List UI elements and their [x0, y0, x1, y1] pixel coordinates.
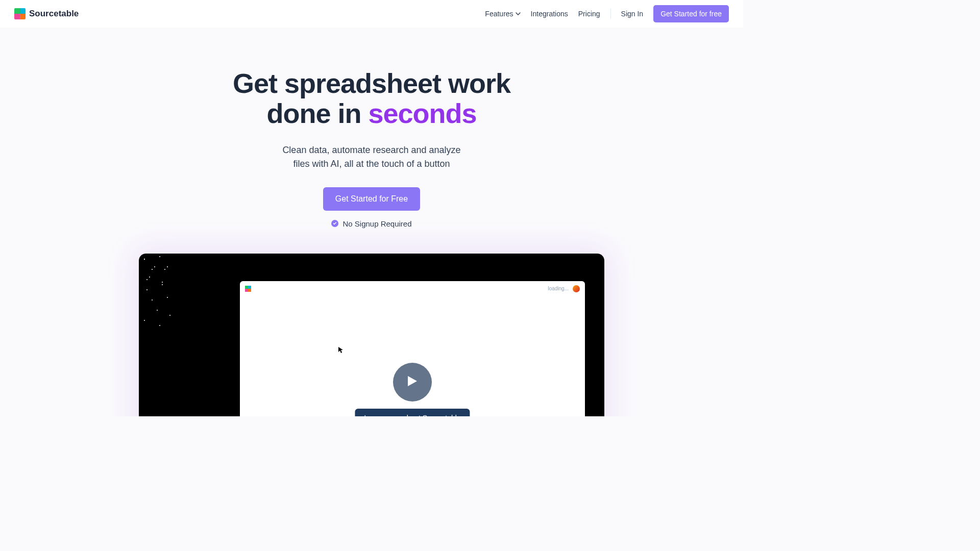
nav-signin-label: Sign In	[621, 10, 644, 18]
brand-logo[interactable]: Sourcetable	[14, 8, 79, 19]
check-circle-icon	[331, 220, 338, 227]
nav-features[interactable]: Features	[485, 10, 520, 18]
site-header: Sourcetable Features Integrations Pricin…	[0, 0, 743, 28]
loading-status: loading...	[548, 286, 569, 291]
video-player-frame: loading... Learn more about Sourcetable	[240, 281, 585, 416]
nav-pricing-label: Pricing	[578, 10, 600, 18]
decorative-stars-right	[199, 281, 240, 332]
nav-divider	[610, 9, 611, 19]
play-button[interactable]	[393, 363, 432, 402]
hero-cta-button[interactable]: Get Started for Free	[323, 187, 420, 211]
brand-name: Sourcetable	[29, 9, 79, 19]
no-signup-badge: No Signup Required	[331, 219, 411, 228]
no-signup-text: No Signup Required	[342, 219, 411, 228]
chevron-down-icon	[516, 11, 521, 16]
nav-signin[interactable]: Sign In	[621, 10, 644, 18]
hero-title-line2-prefix: done in	[266, 98, 368, 129]
user-avatar-icon	[573, 285, 580, 292]
nav-pricing[interactable]: Pricing	[578, 10, 600, 18]
hero-title-line1: Get spreadsheet work	[233, 68, 510, 98]
hero-title: Get spreadsheet work done in seconds	[233, 68, 510, 129]
hero-section: Get spreadsheet work done in seconds Cle…	[0, 28, 743, 228]
hero-subtitle: Clean data, automate research and analyz…	[282, 143, 460, 171]
nav-cta-button[interactable]: Get Started for free	[653, 5, 729, 22]
hero-subtitle-line2: files with AI, all at the touch of a but…	[293, 159, 450, 169]
video-app-header: loading...	[240, 283, 585, 294]
video-container: loading... Learn more about Sourcetable	[139, 254, 604, 416]
video-header-right: loading...	[548, 285, 580, 292]
nav-features-label: Features	[485, 10, 513, 18]
nav-integrations[interactable]: Integrations	[531, 10, 568, 18]
decorative-stars-left	[158, 281, 199, 383]
hero-title-highlight: seconds	[368, 98, 476, 129]
logo-icon	[14, 8, 26, 19]
video-section: loading... Learn more about Sourcetable	[0, 254, 743, 416]
main-navigation: Features Integrations Pricing Sign In Ge…	[485, 5, 729, 22]
cursor-icon	[338, 346, 344, 356]
play-icon	[407, 375, 418, 389]
hero-subtitle-line1: Clean data, automate research and analyz…	[282, 145, 460, 155]
learn-more-button[interactable]: Learn more about Sourcetable	[355, 409, 470, 416]
video-logo-icon	[245, 286, 251, 292]
nav-integrations-label: Integrations	[531, 10, 568, 18]
